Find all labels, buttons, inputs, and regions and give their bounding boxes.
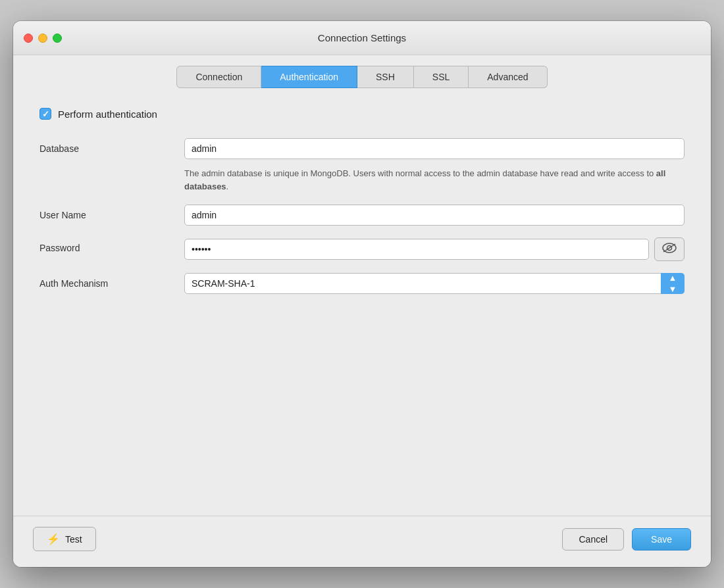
perform-auth-label: Perform authentication: [58, 109, 157, 120]
cancel-button[interactable]: Cancel: [562, 528, 624, 551]
footer-right-buttons: Cancel Save: [562, 528, 691, 551]
database-hint: The admin database is unique in MongoDB.…: [184, 167, 685, 193]
tab-ssl[interactable]: SSL: [414, 66, 469, 88]
tab-connection[interactable]: Connection: [176, 66, 261, 88]
checkmark-icon: ✓: [42, 110, 49, 118]
perform-auth-row: ✓ Perform authentication: [39, 108, 685, 120]
maximize-button[interactable]: [53, 34, 62, 43]
connection-settings-window: Connection Settings Connection Authentic…: [13, 21, 711, 567]
username-row: User Name: [39, 205, 685, 226]
username-control-wrap: [184, 205, 685, 226]
database-input[interactable]: [184, 138, 685, 159]
username-label: User Name: [39, 205, 184, 220]
save-button[interactable]: Save: [632, 528, 691, 551]
titlebar: Connection Settings: [13, 21, 711, 55]
eye-icon: [662, 243, 677, 257]
auth-mechanism-select-wrap: SCRAM-SHA-1 MONGODB-CR GSSAPI PLAIN MONG…: [184, 273, 685, 294]
test-icon: ⚡: [47, 533, 60, 545]
close-button[interactable]: [24, 34, 33, 43]
auth-mechanism-select[interactable]: SCRAM-SHA-1 MONGODB-CR GSSAPI PLAIN MONG…: [184, 273, 685, 294]
password-row: Password: [39, 237, 685, 261]
database-control-wrap: The admin database is unique in MongoDB.…: [184, 138, 685, 193]
footer: ⚡ Test Cancel Save: [13, 516, 711, 567]
auth-mechanism-row: Auth Mechanism SCRAM-SHA-1 MONGODB-CR GS…: [39, 273, 685, 294]
window-title: Connection Settings: [318, 32, 406, 43]
minimize-button[interactable]: [38, 34, 47, 43]
database-label: Database: [39, 138, 184, 154]
password-input-wrapper: [184, 239, 649, 260]
password-input[interactable]: [184, 239, 649, 260]
password-control-wrap: [184, 237, 685, 261]
tab-authentication[interactable]: Authentication: [261, 66, 357, 88]
password-label: Password: [39, 237, 184, 253]
tab-advanced[interactable]: Advanced: [469, 66, 547, 88]
test-label: Test: [65, 534, 82, 545]
username-input[interactable]: [184, 205, 685, 226]
auth-mechanism-label: Auth Mechanism: [39, 273, 184, 289]
reveal-password-button[interactable]: [654, 237, 685, 261]
database-row: Database The admin database is unique in…: [39, 138, 685, 193]
tab-ssh[interactable]: SSH: [357, 66, 414, 88]
auth-mechanism-control-wrap: SCRAM-SHA-1 MONGODB-CR GSSAPI PLAIN MONG…: [184, 273, 685, 294]
test-button[interactable]: ⚡ Test: [33, 527, 96, 551]
tab-bar: Connection Authentication SSH SSL Advanc…: [13, 55, 711, 88]
content-area: ✓ Perform authentication Database The ad…: [13, 88, 711, 516]
password-input-row: [184, 237, 685, 261]
form-section: Database The admin database is unique in…: [39, 138, 685, 306]
perform-auth-checkbox[interactable]: ✓: [39, 108, 51, 120]
window-controls: [24, 34, 62, 43]
